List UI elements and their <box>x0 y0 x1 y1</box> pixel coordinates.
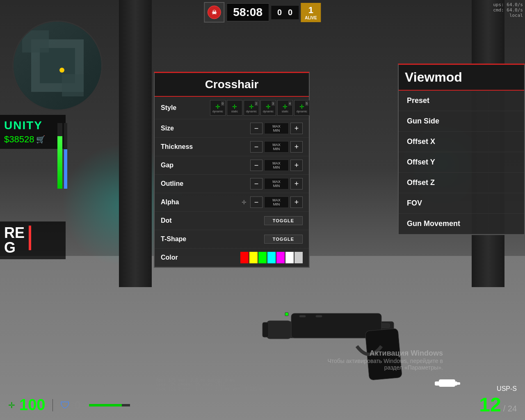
thickness-label: Thickness <box>161 143 210 151</box>
health-bar-fill <box>57 136 62 189</box>
style-options[interactable]: ✛ dynamic 0 ✛ static ✛ dynamic 2 ✛ dynam… <box>210 100 310 116</box>
gap-plus-button[interactable]: + <box>290 160 303 171</box>
svg-rect-6 <box>267 321 291 339</box>
gap-minus-button[interactable]: − <box>250 160 262 171</box>
health-bar-vertical <box>57 123 62 189</box>
swatch-yellow[interactable] <box>249 252 258 263</box>
debug-line3: tock:128.0 svr: 1.0 +/- 3.3 ms var: 3.02… <box>156 387 265 391</box>
size-plus-button[interactable]: + <box>290 123 303 134</box>
crosshair-symbol-4: ✛ <box>283 103 288 110</box>
health-bar-horizontal <box>89 404 130 406</box>
ammo-display: USP-S 12 / 24 <box>479 385 517 416</box>
fps-line1: ups: 64.0/s <box>493 2 523 7</box>
outline-label: Outline <box>161 180 210 187</box>
thickness-row: Thickness − MAX MIN + <box>155 138 309 156</box>
money-value: $38528 <box>4 134 34 145</box>
vm-item-gun-side[interactable]: Gun Side <box>399 111 524 132</box>
size-minus-button[interactable]: − <box>250 123 262 134</box>
size-max-label: MAX <box>272 124 281 128</box>
hud-bottom-section: RE G <box>0 221 66 259</box>
tshape-row: T-Shape TOGGLE <box>155 230 309 249</box>
style-opt-1[interactable]: ✛ static <box>227 100 242 116</box>
viewmodel-title: Viewmod <box>399 65 524 91</box>
gap-label: Gap <box>161 162 210 169</box>
style-opt-label-4: static <box>282 110 288 113</box>
alpha-minus-button[interactable]: − <box>250 196 262 208</box>
style-opt-label-1: static <box>231 110 238 113</box>
alive-label: ALIVE <box>305 16 317 20</box>
vm-item-offset-y[interactable]: Offset Y <box>399 152 524 173</box>
score-left: 0 <box>277 8 282 17</box>
style-label: Style <box>161 104 210 112</box>
cart-icon: 🛒 <box>36 135 45 144</box>
vm-item-offset-z[interactable]: Offset Z <box>399 173 524 193</box>
outline-minus-button[interactable]: − <box>250 178 262 189</box>
weapon-name-hud: USP-S <box>479 385 517 393</box>
ammo-total: / 24 <box>503 404 517 413</box>
re-bar <box>29 226 31 250</box>
score-right: 0 <box>288 8 292 17</box>
crosshair-panel: Crosshair Style ✛ dynamic 0 ✛ static ✛ d… <box>154 72 310 268</box>
re-text: RE G <box>4 226 25 255</box>
dot-row: Dot TOGGLE <box>155 212 309 230</box>
swatch-red[interactable] <box>240 252 249 263</box>
style-opt-3[interactable]: ✛ dynamic 3 <box>260 100 276 116</box>
fps-counter: ups: 64.0/s cmd: 64.0/s local <box>493 2 523 18</box>
dot-control: TOGGLE <box>264 216 303 225</box>
style-opt-4[interactable]: ✛ static 4 <box>277 100 293 116</box>
win-activation-title: Активация Windows <box>327 349 443 358</box>
score-display: 0 0 <box>271 6 299 19</box>
style-opt-label-5: dynamic <box>297 110 307 113</box>
vm-item-offset-x[interactable]: Offset X <box>399 132 524 152</box>
dot-toggle-button[interactable]: TOGGLE <box>264 216 303 225</box>
health-icon: ✛ <box>8 400 15 410</box>
hud-divider <box>52 399 53 411</box>
alpha-plus-button[interactable]: + <box>290 196 303 208</box>
style-num-2: 2 <box>255 101 258 106</box>
tshape-toggle-button[interactable]: TOGGLE <box>264 235 303 244</box>
crosshair-symbol-2: ✛ <box>249 103 254 110</box>
outline-control: − MAX MIN + <box>250 178 303 189</box>
alpha-row: Alpha ✛ − MAX MIN + <box>155 193 309 212</box>
debug-line1: fps: 375 var: 3.0 ms paing: 0 ms <box>156 378 265 382</box>
style-opt-0[interactable]: ✛ dynamic 0 <box>210 100 226 116</box>
thickness-minus-button[interactable]: − <box>250 141 262 153</box>
minimap-inner <box>14 22 101 110</box>
size-label: Size <box>161 125 210 132</box>
tshape-label: T-Shape <box>161 235 210 243</box>
vm-item-preset[interactable]: Preset <box>399 91 524 111</box>
gap-control: − MAX MIN + <box>250 160 303 171</box>
svg-rect-8 <box>285 313 288 316</box>
weapon-icon-hud <box>435 377 468 391</box>
svg-text:☠: ☠ <box>212 9 217 16</box>
vm-item-fov[interactable]: FOV <box>399 193 524 214</box>
health-bar-fill-h <box>89 404 122 406</box>
style-row: Style ✛ dynamic 0 ✛ static ✛ dynamic 2 ✛… <box>155 97 309 119</box>
debug-info: fps: 375 var: 3.0 ms paing: 0 ms loss: 0… <box>156 378 265 391</box>
timer-display: 58:08 <box>226 3 269 21</box>
top-hud: ☠ 58:08 0 0 1 ALIVE <box>204 2 321 23</box>
thickness-plus-button[interactable]: + <box>290 141 303 153</box>
outline-plus-button[interactable]: + <box>290 178 303 189</box>
size-min-label: MIN <box>273 128 280 132</box>
style-opt-5[interactable]: ✛ dynamic 5 <box>294 100 310 116</box>
alive-count: 1 <box>305 5 317 16</box>
viewmodel-panel: Viewmod Preset Gun Side Offset X Offset … <box>398 64 525 235</box>
outline-min-label: MIN <box>273 184 280 188</box>
style-opt-label-2: dynamic <box>246 110 257 113</box>
size-value-display: MAX MIN <box>264 123 289 134</box>
thickness-min-label: MIN <box>273 147 280 151</box>
svg-rect-13 <box>455 382 460 385</box>
team-name-label: UNITY <box>4 119 62 132</box>
shield-icon: 🛡 <box>60 399 70 411</box>
style-opt-2[interactable]: ✛ dynamic 2 <box>244 100 259 116</box>
ammo-current: 12 <box>479 393 501 416</box>
vm-item-gun-movement[interactable]: Gun Movement <box>399 214 524 234</box>
svg-rect-9 <box>299 315 306 317</box>
money-display: $38528 🛒 <box>4 134 62 145</box>
bottom-hud-left: ✛ 100 🛡 0 <box>8 396 130 414</box>
windows-activation: Активация Windows Чтобы активировать Win… <box>327 349 443 371</box>
win-activation-line2: Чтобы активировать Windows, перейдите в <box>327 358 443 364</box>
win-activation-line3: раздел «Параметры». <box>327 364 443 371</box>
fps-line2: cmd: 64.0/s <box>493 7 523 13</box>
